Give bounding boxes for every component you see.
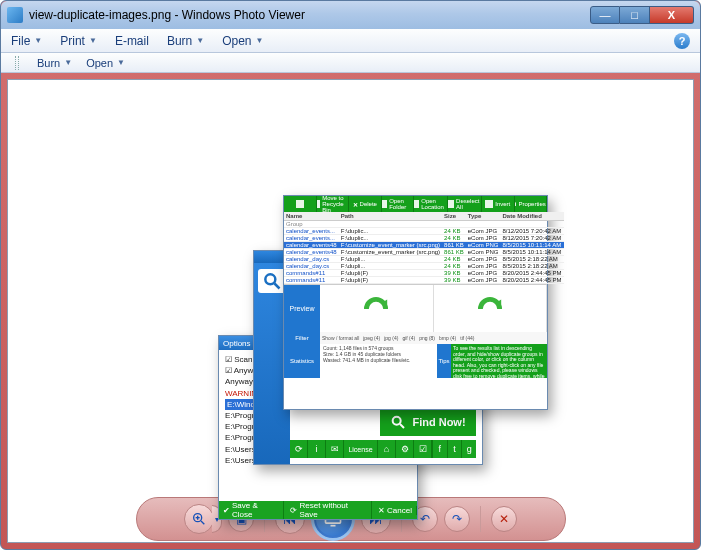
table-row: Group	[284, 221, 564, 228]
stats-label: Statistics	[284, 344, 320, 378]
menu2-burn[interactable]: Burn▼	[37, 57, 72, 69]
table-row: calendar_events48F:\customize_event_mark…	[284, 242, 564, 249]
tb-mail-icon: ✉	[326, 440, 344, 458]
table-row: calendar_day.csF:\dupli...24 KBeCom JPG8…	[284, 256, 564, 263]
preview-label: Preview	[284, 285, 320, 332]
viewer-canvas: Options ☑ Scan ... ☑ Anyway... Anyway, t…	[7, 79, 694, 543]
minimize-button[interactable]: —	[590, 6, 620, 24]
rotate-cw-button[interactable]: ↷	[444, 506, 470, 532]
svg-point-2	[393, 417, 401, 425]
tips-body: To see the results list in descending or…	[451, 344, 547, 378]
twitter-icon: t	[447, 440, 462, 458]
delete-button[interactable]: ✕	[491, 506, 517, 532]
tool-props: iProperties	[515, 196, 548, 212]
tb-gear-icon: ⚙	[396, 440, 414, 458]
tool-deselect: Deselect All	[448, 196, 482, 212]
tb-info-icon: i	[308, 440, 326, 458]
tool-invert: Invert	[482, 196, 515, 212]
svg-line-5	[201, 521, 204, 524]
tb-home-icon: ⌂	[378, 440, 396, 458]
tool-open-folder: Open Folder	[382, 196, 415, 212]
table-row: calendar_events48F:\customize_event_mark…	[284, 249, 564, 256]
magnifier-icon	[258, 269, 286, 293]
menu-email[interactable]: E-mail	[115, 34, 149, 48]
results-toolbar: Move to Recycle Bin ✕Delete Open Folder …	[284, 196, 547, 212]
zoom-button[interactable]	[184, 504, 214, 534]
results-table: NamePathSizeTypeDate Modified Groupcalen…	[284, 212, 564, 284]
save-close-button: ✔ Save & Close	[219, 501, 284, 519]
cancel-button: ✕ Cancel	[374, 506, 417, 515]
find-now-button: Find Now!	[380, 408, 476, 436]
svg-point-0	[265, 274, 275, 284]
preview-right	[434, 285, 548, 332]
reset-button: ⟳ Reset without Save	[286, 501, 372, 519]
tb-license: License	[344, 440, 378, 458]
menu-burn[interactable]: Burn▼	[167, 34, 204, 48]
menu-file[interactable]: File▼	[11, 34, 42, 48]
social-bar: f t g	[432, 440, 476, 458]
table-row: calendar_events...F:\duplic...24 KBeCom …	[284, 228, 564, 235]
menubar-primary: File▼ Print▼ E-mail Burn▼ Open▼ ?	[1, 29, 700, 53]
window-title: view-duplicate-images.png - Windows Phot…	[29, 8, 584, 22]
stats-body: Count: 1,148 files in 574 groups Size: 1…	[320, 344, 437, 378]
filter-opts: Show / format alljpeg (4)jpg (4)gif (4)p…	[320, 332, 547, 344]
table-row: calendar_events...F:\duplic...24 KBeCom …	[284, 235, 564, 242]
tips-label: Tips	[437, 344, 451, 378]
menu2-open[interactable]: Open▼	[86, 57, 125, 69]
filter-label: Filter	[284, 332, 320, 344]
svg-rect-9	[331, 525, 336, 527]
app-icon	[7, 7, 23, 23]
facebook-icon: f	[432, 440, 447, 458]
table-row: commands#11F:\dupli(F)39 KBeCom JPG8/20/…	[284, 277, 564, 284]
menu-print[interactable]: Print▼	[60, 34, 97, 48]
table-row: calendar_day.csF:\dupli...24 KBeCom JPG8…	[284, 263, 564, 270]
tb-check-icon: ☑	[414, 440, 432, 458]
svg-line-3	[400, 424, 404, 428]
google-icon: g	[461, 440, 476, 458]
preview-left	[320, 285, 434, 332]
tool-recycle: Move to Recycle Bin	[317, 196, 350, 212]
titlebar: view-duplicate-images.png - Windows Phot…	[1, 1, 700, 29]
close-button[interactable]: X	[650, 6, 694, 24]
maximize-button[interactable]: □	[620, 6, 650, 24]
tool-save-icon	[284, 196, 317, 212]
tool-open-location: Open Location	[414, 196, 448, 212]
tb-refresh-icon: ⟳	[290, 440, 308, 458]
tool-delete: ✕Delete	[349, 196, 382, 212]
table-row: commands#11F:\dupli(F)39 KBeCom JPG8/20/…	[284, 270, 564, 277]
menubar-secondary: Burn▼ Open▼	[1, 53, 700, 73]
toolbar-grip-icon	[15, 56, 19, 70]
thumb-results-window: Move to Recycle Bin ✕Delete Open Folder …	[283, 195, 548, 410]
svg-line-1	[275, 284, 280, 289]
help-icon[interactable]: ?	[674, 33, 690, 49]
menu-open[interactable]: Open▼	[222, 34, 263, 48]
